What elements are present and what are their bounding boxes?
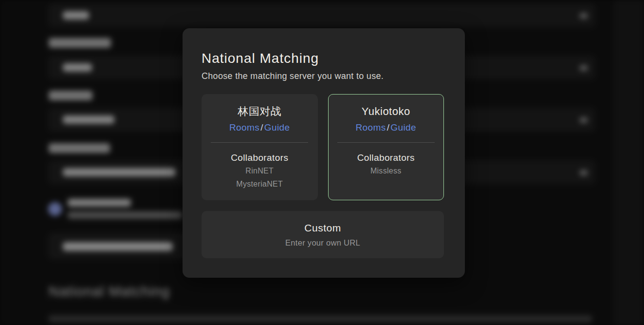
guide-link[interactable]: Guide (264, 122, 290, 133)
collaborator-name: Missless (329, 164, 444, 177)
link-separator: / (259, 122, 264, 133)
server-links: Rooms/Guide (329, 121, 444, 134)
server-card-linguo[interactable]: 林国对战 Rooms/Guide Collaborators RinNET My… (202, 94, 318, 200)
guide-link[interactable]: Guide (390, 122, 416, 133)
server-links: Rooms/Guide (202, 121, 317, 134)
collaborators-heading: Collaborators (329, 152, 444, 164)
server-card-yukiotoko[interactable]: Yukiotoko Rooms/Guide Collaborators Miss… (328, 94, 444, 200)
modal-title: National Matching (202, 50, 465, 67)
rooms-link[interactable]: Rooms (229, 122, 259, 133)
server-cards-row: 林国对战 Rooms/Guide Collaborators RinNET My… (202, 94, 444, 200)
modal-subtitle: Choose the matching server you want to u… (202, 70, 465, 82)
card-divider (211, 142, 308, 143)
custom-card-subtitle: Enter your own URL (202, 236, 444, 249)
custom-card-title: Custom (202, 221, 444, 235)
national-matching-modal: National Matching Choose the matching se… (183, 28, 465, 278)
collaborator-name: MysteriaNET (202, 177, 317, 191)
rooms-link[interactable]: Rooms (355, 122, 386, 133)
server-name: 林国对战 (202, 104, 317, 119)
custom-server-card[interactable]: Custom Enter your own URL (202, 211, 444, 258)
server-name: Yukiotoko (329, 104, 444, 119)
screen: National Matching National Matching Choo… (0, 0, 644, 325)
collaborators-heading: Collaborators (202, 152, 317, 164)
link-separator: / (386, 122, 391, 133)
card-divider (337, 142, 435, 143)
collaborator-name: RinNET (202, 164, 317, 177)
